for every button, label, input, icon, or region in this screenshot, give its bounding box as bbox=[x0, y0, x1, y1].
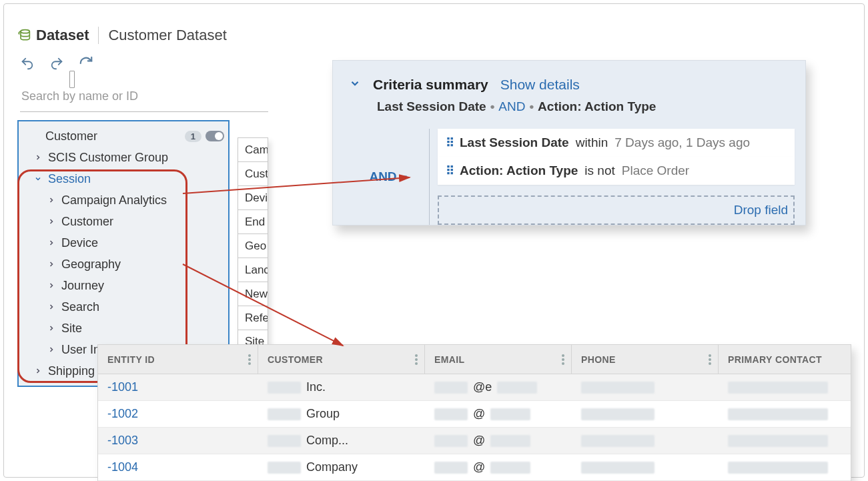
column-menu-icon[interactable] bbox=[248, 354, 251, 365]
rule-op: is not bbox=[584, 163, 614, 178]
toggle-switch[interactable] bbox=[205, 131, 224, 141]
redacted-text bbox=[581, 435, 655, 447]
svg-point-0 bbox=[21, 30, 29, 33]
rule-op: within bbox=[576, 135, 608, 150]
tree-item-label: Customer bbox=[45, 129, 185, 143]
phone-cell bbox=[572, 462, 719, 474]
header-label: CUSTOMER bbox=[268, 354, 323, 365]
criteria-sub-and: AND bbox=[498, 99, 525, 114]
column-item[interactable]: Geo bbox=[238, 233, 268, 258]
primary-contact-cell bbox=[719, 462, 851, 474]
entity-id-cell[interactable]: -1003 bbox=[98, 434, 258, 448]
table-header-cell[interactable]: PRIMARY CONTACT bbox=[719, 345, 851, 374]
dataset-panel: Dataset Customer Dataset Customer 1 SCIS… bbox=[17, 23, 271, 387]
show-details-link[interactable]: Show details bbox=[500, 77, 580, 93]
tree-item-customer[interactable]: Customer 1 bbox=[19, 125, 228, 147]
table-row[interactable]: -1001Inc.@e bbox=[98, 374, 851, 401]
search-row bbox=[17, 84, 271, 112]
column-menu-icon[interactable] bbox=[562, 354, 564, 365]
header-divider bbox=[98, 27, 99, 44]
redacted-text bbox=[434, 462, 468, 474]
join-operator[interactable]: AND bbox=[349, 129, 429, 225]
redacted-text bbox=[581, 408, 655, 420]
tree-item-session-child[interactable]: Campaign Analytics bbox=[19, 189, 228, 211]
column-item[interactable]: Refe bbox=[238, 306, 268, 330]
redacted-text bbox=[728, 408, 828, 420]
tree-item-session-child[interactable]: Journey bbox=[19, 275, 228, 296]
criteria-sub-right: Action: Action Type bbox=[538, 99, 656, 114]
search-input[interactable] bbox=[20, 84, 268, 112]
tree-item-session[interactable]: Session bbox=[19, 168, 228, 189]
tree-item-label: Customer bbox=[61, 215, 228, 229]
criteria-header[interactable]: Criteria summary Show details bbox=[349, 77, 805, 93]
column-item[interactable]: Cam bbox=[238, 137, 268, 161]
table-row[interactable]: -1003Comp...@ bbox=[98, 428, 851, 454]
tree-item-session-child[interactable]: Customer bbox=[19, 211, 228, 232]
phone-cell bbox=[572, 435, 719, 447]
column-item[interactable]: New bbox=[238, 282, 268, 306]
customer-suffix: Company bbox=[306, 460, 358, 474]
table-row[interactable]: -1002Group@ bbox=[98, 401, 851, 428]
column-item[interactable]: Cust bbox=[238, 161, 268, 185]
redacted-text bbox=[490, 408, 530, 420]
tree-item-session-child[interactable]: Device bbox=[19, 232, 228, 254]
rule-value: 7 Days ago, 1 Days ago bbox=[614, 135, 750, 150]
tree-item-label: Device bbox=[61, 236, 228, 250]
drag-handle-icon[interactable]: ⠿ bbox=[446, 135, 453, 150]
column-item[interactable]: Devi bbox=[238, 185, 268, 209]
dropzone-label: Drop field bbox=[734, 203, 788, 217]
chevron-right-icon bbox=[47, 238, 56, 248]
entity-id-cell[interactable]: -1002 bbox=[98, 407, 258, 421]
email-cell: @ bbox=[425, 460, 572, 474]
redacted-text bbox=[434, 382, 468, 394]
table-body: -1001Inc.@e-1002Group@-1003Comp...@-1004… bbox=[98, 374, 851, 481]
drag-handle-icon[interactable]: ⠿ bbox=[446, 163, 453, 178]
criteria-rule[interactable]: ⠿Last Session Date within 7 Days ago, 1 … bbox=[438, 129, 795, 157]
redacted-text bbox=[490, 462, 530, 474]
entity-id-cell[interactable]: -1001 bbox=[98, 380, 258, 394]
refresh-icon[interactable] bbox=[79, 56, 93, 73]
redacted-text bbox=[268, 408, 301, 420]
join-label: AND bbox=[369, 169, 396, 184]
rule-field: Action: Action Type bbox=[460, 163, 578, 178]
redacted-text bbox=[268, 435, 301, 447]
chevron-right-icon bbox=[47, 281, 56, 290]
tree-item-label: Site bbox=[61, 322, 228, 336]
column-menu-icon[interactable] bbox=[709, 354, 711, 365]
table-header-cell[interactable]: PHONE bbox=[572, 345, 719, 374]
column-menu-icon[interactable] bbox=[415, 354, 418, 365]
tree-item-session-child[interactable]: Search bbox=[19, 296, 228, 318]
dataset-title: Customer Dataset bbox=[108, 27, 226, 44]
criteria-rule[interactable]: ⠿Action: Action Type is not Place Order bbox=[438, 157, 795, 185]
app-frame: Dataset Customer Dataset Customer 1 SCIS… bbox=[3, 3, 865, 478]
redacted-text bbox=[728, 382, 828, 394]
redo-icon[interactable] bbox=[49, 56, 64, 73]
dot-separator: • bbox=[529, 99, 534, 114]
redacted-text bbox=[728, 462, 828, 474]
redacted-text bbox=[268, 462, 301, 474]
tree-item-scis-group[interactable]: SCIS Customer Group bbox=[19, 147, 228, 168]
redacted-text bbox=[581, 462, 655, 474]
header-label: EMAIL bbox=[434, 354, 465, 365]
phone-cell bbox=[572, 382, 719, 394]
drop-field-zone[interactable]: Drop field bbox=[438, 195, 795, 225]
redacted-text bbox=[497, 382, 537, 394]
header-label: ENTITY ID bbox=[107, 354, 155, 365]
column-item[interactable]: Lanc bbox=[238, 258, 268, 282]
table-header-cell[interactable]: ENTITY ID bbox=[98, 345, 258, 374]
table-header-cell[interactable]: CUSTOMER bbox=[258, 345, 425, 374]
redacted-text bbox=[581, 382, 655, 394]
tree-item-label: Campaign Analytics bbox=[61, 193, 228, 207]
rule-field: Last Session Date bbox=[460, 135, 569, 150]
table-row[interactable]: -1004Company@ bbox=[98, 454, 851, 481]
tree-item-session-child[interactable]: Geography bbox=[19, 254, 228, 275]
table-header-cell[interactable]: EMAIL bbox=[425, 345, 572, 374]
tree-item-label: Search bbox=[61, 300, 228, 314]
column-item[interactable]: End bbox=[238, 209, 268, 233]
entity-id-cell[interactable]: -1004 bbox=[98, 460, 258, 474]
redacted-text bbox=[268, 382, 301, 394]
rules-column: ⠿Last Session Date within 7 Days ago, 1 … bbox=[429, 129, 805, 225]
undo-icon[interactable] bbox=[20, 56, 35, 73]
tree-item-session-child[interactable]: Site bbox=[19, 318, 228, 339]
table-header-row: ENTITY IDCUSTOMEREMAILPHONEPRIMARY CONTA… bbox=[98, 345, 851, 374]
